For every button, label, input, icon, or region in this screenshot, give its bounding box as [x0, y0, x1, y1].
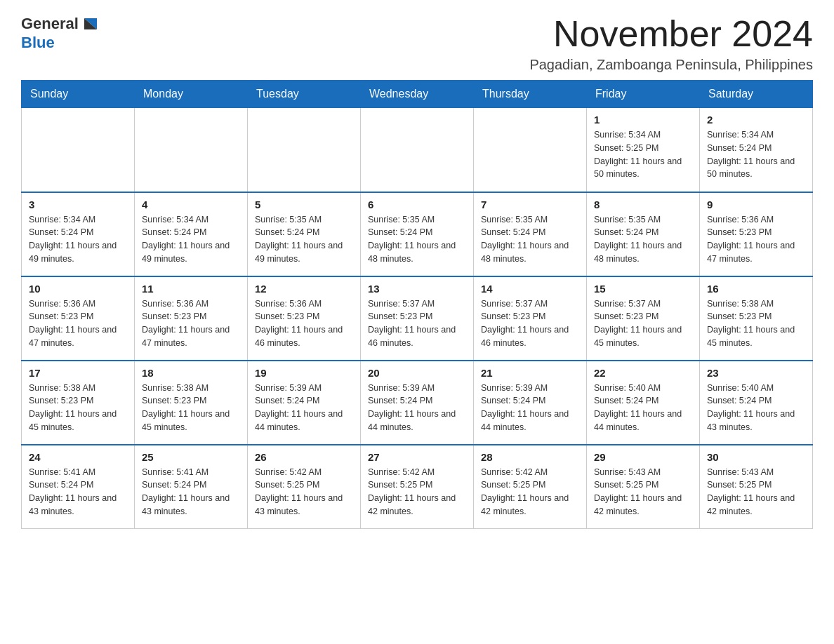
- day-info: Sunrise: 5:37 AM Sunset: 5:23 PM Dayligh…: [481, 299, 569, 348]
- calendar-cell: 3Sunrise: 5:34 AM Sunset: 5:24 PM Daylig…: [22, 192, 135, 276]
- weekday-header-wednesday: Wednesday: [361, 81, 474, 108]
- calendar-week-row: 3Sunrise: 5:34 AM Sunset: 5:24 PM Daylig…: [22, 192, 813, 276]
- day-number: 26: [255, 451, 353, 463]
- calendar-cell: 1Sunrise: 5:34 AM Sunset: 5:25 PM Daylig…: [587, 108, 700, 192]
- day-number: 28: [481, 451, 579, 463]
- day-info: Sunrise: 5:40 AM Sunset: 5:24 PM Dayligh…: [707, 383, 795, 432]
- day-info: Sunrise: 5:36 AM Sunset: 5:23 PM Dayligh…: [255, 299, 343, 348]
- calendar-cell: 5Sunrise: 5:35 AM Sunset: 5:24 PM Daylig…: [248, 192, 361, 276]
- logo: General Blue: [21, 14, 100, 52]
- day-info: Sunrise: 5:41 AM Sunset: 5:24 PM Dayligh…: [29, 467, 117, 516]
- day-number: 3: [29, 199, 127, 210]
- day-info: Sunrise: 5:43 AM Sunset: 5:25 PM Dayligh…: [594, 467, 682, 516]
- calendar-cell: 7Sunrise: 5:35 AM Sunset: 5:24 PM Daylig…: [474, 192, 587, 276]
- month-title: November 2024: [529, 14, 813, 54]
- calendar-week-row: 17Sunrise: 5:38 AM Sunset: 5:23 PM Dayli…: [22, 361, 813, 445]
- calendar-cell: 8Sunrise: 5:35 AM Sunset: 5:24 PM Daylig…: [587, 192, 700, 276]
- calendar-cell: [248, 108, 361, 192]
- day-number: 15: [594, 283, 692, 295]
- calendar-cell: 21Sunrise: 5:39 AM Sunset: 5:24 PM Dayli…: [474, 361, 587, 445]
- day-number: 10: [29, 283, 127, 295]
- calendar-cell: 30Sunrise: 5:43 AM Sunset: 5:25 PM Dayli…: [700, 445, 813, 529]
- calendar-cell: 19Sunrise: 5:39 AM Sunset: 5:24 PM Dayli…: [248, 361, 361, 445]
- weekday-header-tuesday: Tuesday: [248, 81, 361, 108]
- day-info: Sunrise: 5:38 AM Sunset: 5:23 PM Dayligh…: [142, 383, 230, 432]
- day-info: Sunrise: 5:41 AM Sunset: 5:24 PM Dayligh…: [142, 467, 230, 516]
- title-area: November 2024 Pagadian, Zamboanga Penins…: [529, 14, 813, 73]
- day-number: 24: [29, 451, 127, 463]
- day-info: Sunrise: 5:36 AM Sunset: 5:23 PM Dayligh…: [707, 215, 795, 264]
- day-info: Sunrise: 5:42 AM Sunset: 5:25 PM Dayligh…: [481, 467, 569, 516]
- calendar-cell: 9Sunrise: 5:36 AM Sunset: 5:23 PM Daylig…: [700, 192, 813, 276]
- calendar-week-row: 24Sunrise: 5:41 AM Sunset: 5:24 PM Dayli…: [22, 445, 813, 529]
- day-number: 29: [594, 451, 692, 463]
- calendar-week-row: 10Sunrise: 5:36 AM Sunset: 5:23 PM Dayli…: [22, 276, 813, 361]
- day-number: 2: [707, 114, 805, 126]
- day-number: 9: [707, 199, 805, 210]
- calendar-cell: 11Sunrise: 5:36 AM Sunset: 5:23 PM Dayli…: [135, 276, 248, 361]
- calendar-cell: 29Sunrise: 5:43 AM Sunset: 5:25 PM Dayli…: [587, 445, 700, 529]
- logo-triangle-icon: [80, 14, 100, 34]
- calendar-cell: 24Sunrise: 5:41 AM Sunset: 5:24 PM Dayli…: [22, 445, 135, 529]
- day-info: Sunrise: 5:39 AM Sunset: 5:24 PM Dayligh…: [255, 383, 343, 432]
- weekday-header-row: SundayMondayTuesdayWednesdayThursdayFrid…: [22, 81, 813, 108]
- day-info: Sunrise: 5:39 AM Sunset: 5:24 PM Dayligh…: [481, 383, 569, 432]
- calendar-cell: 18Sunrise: 5:38 AM Sunset: 5:23 PM Dayli…: [135, 361, 248, 445]
- day-info: Sunrise: 5:42 AM Sunset: 5:25 PM Dayligh…: [368, 467, 456, 516]
- day-info: Sunrise: 5:36 AM Sunset: 5:23 PM Dayligh…: [142, 299, 230, 348]
- day-number: 25: [142, 451, 240, 463]
- calendar-cell: 10Sunrise: 5:36 AM Sunset: 5:23 PM Dayli…: [22, 276, 135, 361]
- calendar-cell: [361, 108, 474, 192]
- calendar-cell: 25Sunrise: 5:41 AM Sunset: 5:24 PM Dayli…: [135, 445, 248, 529]
- calendar-cell: [22, 108, 135, 192]
- day-number: 17: [29, 367, 127, 379]
- day-info: Sunrise: 5:36 AM Sunset: 5:23 PM Dayligh…: [29, 299, 117, 348]
- weekday-header-monday: Monday: [135, 81, 248, 108]
- day-number: 5: [255, 199, 353, 210]
- location-subtitle: Pagadian, Zamboanga Peninsula, Philippin…: [529, 57, 813, 73]
- day-number: 6: [368, 199, 466, 210]
- day-number: 18: [142, 367, 240, 379]
- day-info: Sunrise: 5:35 AM Sunset: 5:24 PM Dayligh…: [594, 215, 682, 264]
- day-number: 21: [481, 367, 579, 379]
- day-number: 13: [368, 283, 466, 295]
- day-info: Sunrise: 5:39 AM Sunset: 5:24 PM Dayligh…: [368, 383, 456, 432]
- weekday-header-sunday: Sunday: [22, 81, 135, 108]
- day-info: Sunrise: 5:40 AM Sunset: 5:24 PM Dayligh…: [594, 383, 682, 432]
- day-info: Sunrise: 5:37 AM Sunset: 5:23 PM Dayligh…: [594, 299, 682, 348]
- weekday-header-saturday: Saturday: [700, 81, 813, 108]
- logo-general-text: General: [21, 15, 79, 33]
- calendar-cell: 2Sunrise: 5:34 AM Sunset: 5:24 PM Daylig…: [700, 108, 813, 192]
- calendar-cell: 27Sunrise: 5:42 AM Sunset: 5:25 PM Dayli…: [361, 445, 474, 529]
- day-number: 23: [707, 367, 805, 379]
- day-info: Sunrise: 5:42 AM Sunset: 5:25 PM Dayligh…: [255, 467, 343, 516]
- calendar-cell: 22Sunrise: 5:40 AM Sunset: 5:24 PM Dayli…: [587, 361, 700, 445]
- calendar-cell: 16Sunrise: 5:38 AM Sunset: 5:23 PM Dayli…: [700, 276, 813, 361]
- day-number: 19: [255, 367, 353, 379]
- calendar-table: SundayMondayTuesdayWednesdayThursdayFrid…: [21, 80, 813, 529]
- day-info: Sunrise: 5:34 AM Sunset: 5:24 PM Dayligh…: [29, 215, 117, 264]
- day-number: 7: [481, 199, 579, 210]
- day-info: Sunrise: 5:35 AM Sunset: 5:24 PM Dayligh…: [255, 215, 343, 264]
- day-number: 11: [142, 283, 240, 295]
- calendar-week-row: 1Sunrise: 5:34 AM Sunset: 5:25 PM Daylig…: [22, 108, 813, 192]
- calendar-cell: 20Sunrise: 5:39 AM Sunset: 5:24 PM Dayli…: [361, 361, 474, 445]
- day-number: 14: [481, 283, 579, 295]
- calendar-cell: [135, 108, 248, 192]
- calendar-cell: 15Sunrise: 5:37 AM Sunset: 5:23 PM Dayli…: [587, 276, 700, 361]
- day-number: 4: [142, 199, 240, 210]
- day-number: 27: [368, 451, 466, 463]
- day-info: Sunrise: 5:35 AM Sunset: 5:24 PM Dayligh…: [368, 215, 456, 264]
- day-number: 20: [368, 367, 466, 379]
- day-info: Sunrise: 5:34 AM Sunset: 5:25 PM Dayligh…: [594, 130, 682, 179]
- calendar-cell: 4Sunrise: 5:34 AM Sunset: 5:24 PM Daylig…: [135, 192, 248, 276]
- calendar-cell: 14Sunrise: 5:37 AM Sunset: 5:23 PM Dayli…: [474, 276, 587, 361]
- day-number: 1: [594, 114, 692, 126]
- calendar-cell: 28Sunrise: 5:42 AM Sunset: 5:25 PM Dayli…: [474, 445, 587, 529]
- logo-blue-text: Blue: [21, 34, 55, 52]
- calendar-cell: 13Sunrise: 5:37 AM Sunset: 5:23 PM Dayli…: [361, 276, 474, 361]
- day-number: 22: [594, 367, 692, 379]
- calendar-cell: 17Sunrise: 5:38 AM Sunset: 5:23 PM Dayli…: [22, 361, 135, 445]
- calendar-cell: 23Sunrise: 5:40 AM Sunset: 5:24 PM Dayli…: [700, 361, 813, 445]
- day-info: Sunrise: 5:34 AM Sunset: 5:24 PM Dayligh…: [142, 215, 230, 264]
